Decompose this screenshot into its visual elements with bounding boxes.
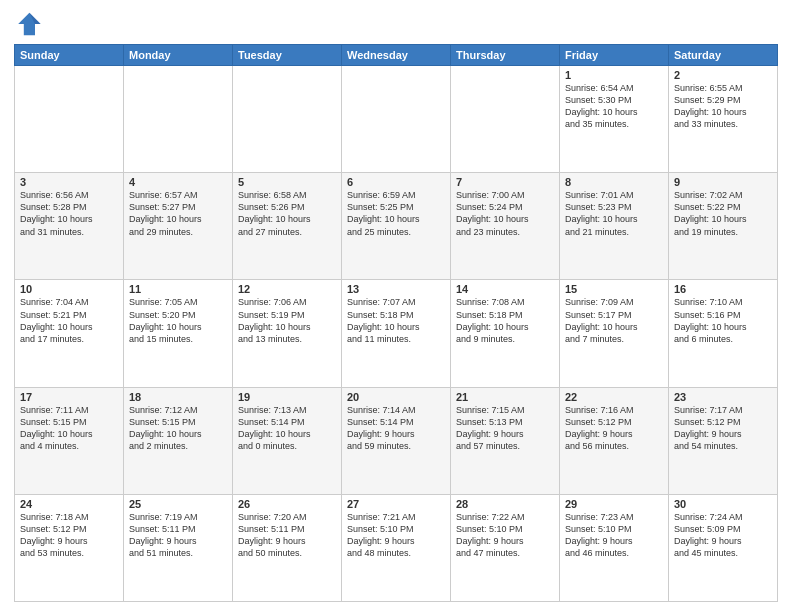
calendar-header-row: SundayMondayTuesdayWednesdayThursdayFrid… — [15, 45, 778, 66]
day-number: 21 — [456, 391, 554, 403]
calendar-day-cell: 25Sunrise: 7:19 AM Sunset: 5:11 PM Dayli… — [124, 494, 233, 601]
day-info: Sunrise: 7:05 AM Sunset: 5:20 PM Dayligh… — [129, 296, 227, 345]
calendar-day-cell: 17Sunrise: 7:11 AM Sunset: 5:15 PM Dayli… — [15, 387, 124, 494]
day-number: 6 — [347, 176, 445, 188]
page: SundayMondayTuesdayWednesdayThursdayFrid… — [0, 0, 792, 612]
day-number: 30 — [674, 498, 772, 510]
day-number: 9 — [674, 176, 772, 188]
calendar-day-cell: 26Sunrise: 7:20 AM Sunset: 5:11 PM Dayli… — [233, 494, 342, 601]
calendar-day-cell: 4Sunrise: 6:57 AM Sunset: 5:27 PM Daylig… — [124, 173, 233, 280]
calendar-day-cell: 22Sunrise: 7:16 AM Sunset: 5:12 PM Dayli… — [560, 387, 669, 494]
calendar-day-cell: 23Sunrise: 7:17 AM Sunset: 5:12 PM Dayli… — [669, 387, 778, 494]
calendar-day-cell — [342, 66, 451, 173]
day-info: Sunrise: 6:54 AM Sunset: 5:30 PM Dayligh… — [565, 82, 663, 131]
day-info: Sunrise: 6:57 AM Sunset: 5:27 PM Dayligh… — [129, 189, 227, 238]
calendar-week-row: 17Sunrise: 7:11 AM Sunset: 5:15 PM Dayli… — [15, 387, 778, 494]
day-number: 5 — [238, 176, 336, 188]
calendar-day-cell — [124, 66, 233, 173]
day-number: 20 — [347, 391, 445, 403]
day-info: Sunrise: 7:08 AM Sunset: 5:18 PM Dayligh… — [456, 296, 554, 345]
day-number: 11 — [129, 283, 227, 295]
calendar-table: SundayMondayTuesdayWednesdayThursdayFrid… — [14, 44, 778, 602]
day-info: Sunrise: 7:19 AM Sunset: 5:11 PM Dayligh… — [129, 511, 227, 560]
day-info: Sunrise: 7:06 AM Sunset: 5:19 PM Dayligh… — [238, 296, 336, 345]
day-number: 23 — [674, 391, 772, 403]
day-info: Sunrise: 7:00 AM Sunset: 5:24 PM Dayligh… — [456, 189, 554, 238]
day-info: Sunrise: 7:24 AM Sunset: 5:09 PM Dayligh… — [674, 511, 772, 560]
day-info: Sunrise: 6:58 AM Sunset: 5:26 PM Dayligh… — [238, 189, 336, 238]
day-number: 14 — [456, 283, 554, 295]
day-number: 28 — [456, 498, 554, 510]
header — [14, 10, 778, 38]
day-info: Sunrise: 7:07 AM Sunset: 5:18 PM Dayligh… — [347, 296, 445, 345]
day-number: 17 — [20, 391, 118, 403]
day-number: 26 — [238, 498, 336, 510]
day-info: Sunrise: 7:09 AM Sunset: 5:17 PM Dayligh… — [565, 296, 663, 345]
logo-icon — [14, 10, 42, 38]
calendar-day-cell: 10Sunrise: 7:04 AM Sunset: 5:21 PM Dayli… — [15, 280, 124, 387]
day-info: Sunrise: 7:10 AM Sunset: 5:16 PM Dayligh… — [674, 296, 772, 345]
day-number: 3 — [20, 176, 118, 188]
day-info: Sunrise: 7:23 AM Sunset: 5:10 PM Dayligh… — [565, 511, 663, 560]
day-number: 29 — [565, 498, 663, 510]
day-info: Sunrise: 7:14 AM Sunset: 5:14 PM Dayligh… — [347, 404, 445, 453]
day-info: Sunrise: 7:12 AM Sunset: 5:15 PM Dayligh… — [129, 404, 227, 453]
day-info: Sunrise: 7:21 AM Sunset: 5:10 PM Dayligh… — [347, 511, 445, 560]
calendar-day-cell: 6Sunrise: 6:59 AM Sunset: 5:25 PM Daylig… — [342, 173, 451, 280]
calendar-header-tuesday: Tuesday — [233, 45, 342, 66]
day-number: 16 — [674, 283, 772, 295]
calendar-day-cell: 19Sunrise: 7:13 AM Sunset: 5:14 PM Dayli… — [233, 387, 342, 494]
calendar-day-cell: 3Sunrise: 6:56 AM Sunset: 5:28 PM Daylig… — [15, 173, 124, 280]
calendar-day-cell: 20Sunrise: 7:14 AM Sunset: 5:14 PM Dayli… — [342, 387, 451, 494]
day-number: 22 — [565, 391, 663, 403]
calendar-header-monday: Monday — [124, 45, 233, 66]
day-info: Sunrise: 7:16 AM Sunset: 5:12 PM Dayligh… — [565, 404, 663, 453]
calendar-day-cell: 5Sunrise: 6:58 AM Sunset: 5:26 PM Daylig… — [233, 173, 342, 280]
calendar-day-cell: 13Sunrise: 7:07 AM Sunset: 5:18 PM Dayli… — [342, 280, 451, 387]
day-number: 4 — [129, 176, 227, 188]
day-info: Sunrise: 7:22 AM Sunset: 5:10 PM Dayligh… — [456, 511, 554, 560]
day-info: Sunrise: 7:15 AM Sunset: 5:13 PM Dayligh… — [456, 404, 554, 453]
day-info: Sunrise: 7:04 AM Sunset: 5:21 PM Dayligh… — [20, 296, 118, 345]
day-number: 15 — [565, 283, 663, 295]
calendar-day-cell: 12Sunrise: 7:06 AM Sunset: 5:19 PM Dayli… — [233, 280, 342, 387]
day-number: 1 — [565, 69, 663, 81]
calendar-header-friday: Friday — [560, 45, 669, 66]
day-number: 2 — [674, 69, 772, 81]
calendar-week-row: 10Sunrise: 7:04 AM Sunset: 5:21 PM Dayli… — [15, 280, 778, 387]
calendar-day-cell — [451, 66, 560, 173]
calendar-header-saturday: Saturday — [669, 45, 778, 66]
day-info: Sunrise: 7:18 AM Sunset: 5:12 PM Dayligh… — [20, 511, 118, 560]
calendar-day-cell: 16Sunrise: 7:10 AM Sunset: 5:16 PM Dayli… — [669, 280, 778, 387]
day-info: Sunrise: 7:11 AM Sunset: 5:15 PM Dayligh… — [20, 404, 118, 453]
day-number: 25 — [129, 498, 227, 510]
day-info: Sunrise: 6:59 AM Sunset: 5:25 PM Dayligh… — [347, 189, 445, 238]
day-number: 12 — [238, 283, 336, 295]
calendar-day-cell: 30Sunrise: 7:24 AM Sunset: 5:09 PM Dayli… — [669, 494, 778, 601]
day-info: Sunrise: 7:17 AM Sunset: 5:12 PM Dayligh… — [674, 404, 772, 453]
day-number: 27 — [347, 498, 445, 510]
calendar-week-row: 24Sunrise: 7:18 AM Sunset: 5:12 PM Dayli… — [15, 494, 778, 601]
calendar-day-cell: 2Sunrise: 6:55 AM Sunset: 5:29 PM Daylig… — [669, 66, 778, 173]
day-info: Sunrise: 6:56 AM Sunset: 5:28 PM Dayligh… — [20, 189, 118, 238]
day-number: 8 — [565, 176, 663, 188]
calendar-day-cell: 24Sunrise: 7:18 AM Sunset: 5:12 PM Dayli… — [15, 494, 124, 601]
calendar-day-cell: 21Sunrise: 7:15 AM Sunset: 5:13 PM Dayli… — [451, 387, 560, 494]
calendar-day-cell: 11Sunrise: 7:05 AM Sunset: 5:20 PM Dayli… — [124, 280, 233, 387]
calendar-day-cell: 14Sunrise: 7:08 AM Sunset: 5:18 PM Dayli… — [451, 280, 560, 387]
calendar-header-thursday: Thursday — [451, 45, 560, 66]
day-info: Sunrise: 7:20 AM Sunset: 5:11 PM Dayligh… — [238, 511, 336, 560]
day-number: 7 — [456, 176, 554, 188]
calendar-day-cell: 15Sunrise: 7:09 AM Sunset: 5:17 PM Dayli… — [560, 280, 669, 387]
day-info: Sunrise: 7:13 AM Sunset: 5:14 PM Dayligh… — [238, 404, 336, 453]
calendar-day-cell — [233, 66, 342, 173]
logo — [14, 10, 46, 38]
calendar-day-cell: 18Sunrise: 7:12 AM Sunset: 5:15 PM Dayli… — [124, 387, 233, 494]
calendar-day-cell: 7Sunrise: 7:00 AM Sunset: 5:24 PM Daylig… — [451, 173, 560, 280]
calendar-day-cell: 29Sunrise: 7:23 AM Sunset: 5:10 PM Dayli… — [560, 494, 669, 601]
day-number: 13 — [347, 283, 445, 295]
day-number: 19 — [238, 391, 336, 403]
calendar-day-cell: 8Sunrise: 7:01 AM Sunset: 5:23 PM Daylig… — [560, 173, 669, 280]
day-info: Sunrise: 6:55 AM Sunset: 5:29 PM Dayligh… — [674, 82, 772, 131]
calendar-header-sunday: Sunday — [15, 45, 124, 66]
